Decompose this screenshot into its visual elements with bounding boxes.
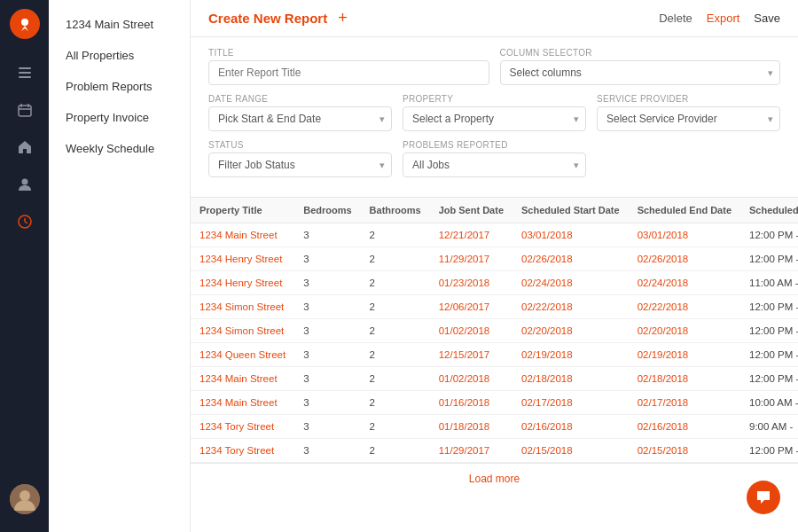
problems-reported-label: Problems Reported <box>403 140 586 150</box>
date-range-wrapper: Pick Start & End Date <box>208 106 392 131</box>
chat-bubble-button[interactable] <box>747 481 780 514</box>
cell-sched-start: 02/15/2018 <box>512 439 629 463</box>
sidebar-item-person[interactable] <box>9 168 41 200</box>
cell-job-sent: 12/06/2017 <box>430 295 512 319</box>
cell-job-sent: 01/18/2018 <box>430 415 512 439</box>
user-avatar[interactable] <box>10 484 40 514</box>
cell-property[interactable]: 1234 Main Street <box>191 223 294 247</box>
cell-sched-end: 02/26/2018 <box>629 247 740 271</box>
cell-property[interactable]: 1234 Main Street <box>191 391 294 415</box>
cell-property[interactable]: 1234 Tory Street <box>191 415 294 439</box>
col-scheduled: Scheduled <box>740 198 798 223</box>
table-row[interactable]: 1234 Main Street 3 2 12/21/2017 03/01/20… <box>191 223 798 247</box>
nav-item-weekly-schedule[interactable]: Weekly Schedule <box>49 133 190 164</box>
nav-item-problem-reports[interactable]: Problem Reports <box>49 71 190 102</box>
cell-job-sent: 01/02/2018 <box>430 319 512 343</box>
table-header-row: Property Title Bedrooms Bathrooms Job Se… <box>191 198 798 223</box>
service-provider-wrapper: Select Service Provider <box>597 106 780 131</box>
column-selector-select[interactable]: Select columns <box>500 60 781 85</box>
column-selector-group: Column Selector Select columns <box>500 48 781 85</box>
svg-point-0 <box>21 19 28 26</box>
property-label: Property <box>403 94 586 104</box>
cell-sched-start: 02/24/2018 <box>512 271 629 295</box>
table-row[interactable]: 1234 Tory Street 3 2 01/18/2018 02/16/20… <box>191 415 798 439</box>
main-content: Create New Report + Delete Export Save T… <box>191 0 798 532</box>
cell-property[interactable]: 1234 Simon Street <box>191 319 294 343</box>
cell-sched-end: 02/18/2018 <box>629 367 740 391</box>
cell-scheduled: 12:00 PM - <box>740 295 798 319</box>
cell-property[interactable]: 1234 Simon Street <box>191 295 294 319</box>
status-group: Status Filter Job Status <box>208 140 392 177</box>
cell-property[interactable]: 1234 Queen Street <box>191 343 294 367</box>
cell-sched-start: 03/01/2018 <box>512 223 629 247</box>
title-label: Title <box>208 48 489 58</box>
app-logo[interactable] <box>10 9 40 39</box>
sidebar-item-clock[interactable] <box>9 206 41 238</box>
sidebar-item-home[interactable] <box>9 131 41 163</box>
cell-sched-start: 02/16/2018 <box>512 415 629 439</box>
col-job-sent-date: Job Sent Date <box>430 198 512 223</box>
svg-line-11 <box>25 222 27 223</box>
table-row[interactable]: 1234 Simon Street 3 2 01/02/2018 02/20/2… <box>191 319 798 343</box>
export-button[interactable]: Export <box>707 12 740 25</box>
cell-job-sent: 01/23/2018 <box>430 271 512 295</box>
cell-bedrooms: 3 <box>294 223 360 247</box>
cell-sched-start: 02/22/2018 <box>512 295 629 319</box>
service-provider-select[interactable]: Select Service Provider <box>597 106 780 131</box>
cell-job-sent: 11/29/2017 <box>430 439 512 463</box>
sidebar-item-calendar[interactable] <box>9 94 41 126</box>
cell-bedrooms: 3 <box>294 415 360 439</box>
save-button[interactable]: Save <box>754 12 780 25</box>
nav-item-main-street[interactable]: 1234 Main Street <box>49 9 190 40</box>
cell-job-sent: 12/15/2017 <box>430 343 512 367</box>
column-selector-label: Column Selector <box>500 48 781 58</box>
add-report-button[interactable]: + <box>338 9 348 27</box>
cell-property[interactable]: 1234 Tory Street <box>191 439 294 463</box>
delete-button[interactable]: Delete <box>659 12 692 25</box>
cell-job-sent: 12/21/2017 <box>430 223 512 247</box>
form-row-1: Title Column Selector Select columns <box>208 48 780 85</box>
cell-sched-end: 02/20/2018 <box>629 319 740 343</box>
cell-sched-start: 02/17/2018 <box>512 391 629 415</box>
header-actions: Delete Export Save <box>659 12 780 25</box>
table-row[interactable]: 1234 Main Street 3 2 01/02/2018 02/18/20… <box>191 367 798 391</box>
data-table: Property Title Bedrooms Bathrooms Job Se… <box>191 198 798 463</box>
cell-bathrooms: 2 <box>361 295 430 319</box>
cell-property[interactable]: 1234 Main Street <box>191 367 294 391</box>
spacer-group <box>597 140 780 177</box>
col-bedrooms: Bedrooms <box>294 198 360 223</box>
status-select[interactable]: Filter Job Status <box>208 153 392 177</box>
cell-scheduled: 12:00 PM - <box>740 223 798 247</box>
cell-bathrooms: 2 <box>361 439 430 463</box>
table-row[interactable]: 1234 Main Street 3 2 01/16/2018 02/17/20… <box>191 391 798 415</box>
property-select[interactable]: Select a Property <box>403 106 586 131</box>
date-range-label: Date Range <box>208 94 392 104</box>
table-row[interactable]: 1234 Queen Street 3 2 12/15/2017 02/19/2… <box>191 343 798 367</box>
table-row[interactable]: 1234 Henry Street 3 2 01/23/2018 02/24/2… <box>191 271 798 295</box>
sidebar-item-checklist[interactable] <box>9 57 41 89</box>
cell-bathrooms: 2 <box>361 319 430 343</box>
service-provider-label: Service Provider <box>597 94 780 104</box>
nav-item-all-properties[interactable]: All Properties <box>49 40 190 71</box>
problems-reported-select[interactable]: All Jobs <box>403 153 586 177</box>
date-range-select[interactable]: Pick Start & End Date <box>208 106 392 131</box>
nav-item-property-invoice[interactable]: Property Invoice <box>49 102 190 133</box>
cell-job-sent: 11/29/2017 <box>430 247 512 271</box>
cell-sched-start: 02/18/2018 <box>512 367 629 391</box>
title-input[interactable] <box>208 60 489 85</box>
service-provider-group: Service Provider Select Service Provider <box>597 94 780 131</box>
table-row[interactable]: 1234 Tory Street 3 2 11/29/2017 02/15/20… <box>191 439 798 463</box>
cell-bathrooms: 2 <box>361 343 430 367</box>
data-table-container[interactable]: Property Title Bedrooms Bathrooms Job Se… <box>191 197 798 532</box>
cell-property[interactable]: 1234 Henry Street <box>191 247 294 271</box>
cell-property[interactable]: 1234 Henry Street <box>191 271 294 295</box>
svg-point-13 <box>20 490 30 501</box>
svg-rect-2 <box>19 72 31 74</box>
load-more-button[interactable]: Load more <box>191 463 798 494</box>
title-group: Title <box>208 48 489 85</box>
table-row[interactable]: 1234 Simon Street 3 2 12/06/2017 02/22/2… <box>191 295 798 319</box>
table-row[interactable]: 1234 Henry Street 3 2 11/29/2017 02/26/2… <box>191 247 798 271</box>
cell-scheduled: 12:00 PM - <box>740 367 798 391</box>
cell-scheduled: 10:00 AM - <box>740 391 798 415</box>
cell-job-sent: 01/02/2018 <box>430 367 512 391</box>
